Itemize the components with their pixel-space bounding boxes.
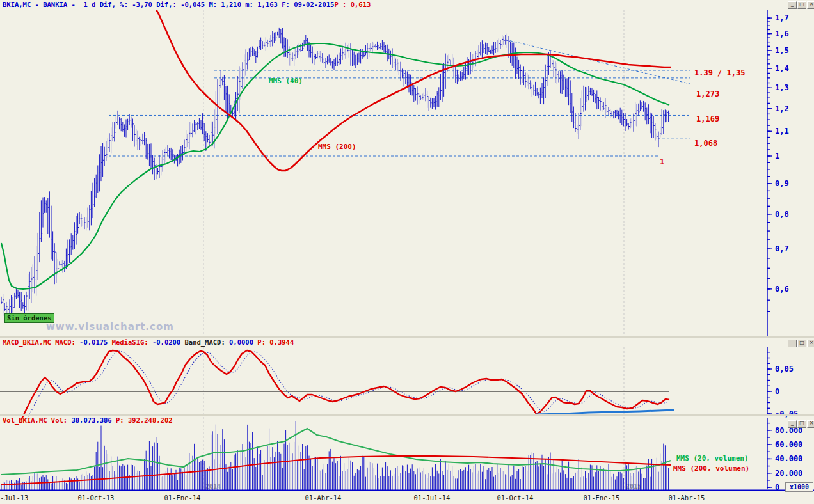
svg-text:1,3: 1,3: [775, 83, 789, 92]
price-panel[interactable]: [1, 5, 691, 337]
quote-header: BKIA,MC - BANKIA - 1 d Dif, %: -3,70 Dif…: [3, 1, 371, 8]
macd-header: MACD_BKIA,MC MACD: -0,0175 MediaSIG: -0,…: [3, 338, 294, 346]
volume-header: Vol_BKIA,MC Vol: 38,073,386 P: 392,248,2…: [3, 416, 173, 424]
macd-signal-title: MediaSIG:: [108, 338, 148, 346]
macd-band-value: 0,0000: [225, 338, 253, 346]
svg-text:1,4: 1,4: [775, 64, 789, 73]
price-level-label-1068: 1,068: [694, 139, 717, 148]
vol-mms20-label: MMS (20, volumen): [676, 454, 749, 462]
date-label: 01-Ene-14: [164, 494, 201, 501]
svg-text:0,6: 0,6: [775, 285, 789, 294]
volume-scale-unit: x1000: [785, 482, 813, 492]
svg-text:0,9: 0,9: [775, 179, 789, 188]
candlesticks: [1, 28, 669, 317]
price-level-label-139-135: 1.39 / 1,35: [694, 68, 745, 77]
date-label: 01-Oct-13: [78, 494, 115, 501]
date-label: 01-Ene-15: [584, 494, 620, 501]
price-level-label-1273: 1,273: [696, 90, 719, 98]
svg-text:1,1: 1,1: [775, 127, 789, 136]
mms40-label: MMS (40): [269, 77, 303, 85]
volume-p-title: P:: [112, 416, 124, 424]
visual-chart-window: 201420151,71,61,51,41,31,21,110,90,80,70…: [0, 0, 814, 504]
svg-text:0,8: 0,8: [775, 210, 789, 219]
quote-header-main: BKIA,MC - BANKIA - 1 d Dif, %: -3,70 Dif…: [3, 1, 334, 8]
svg-text:1: 1: [775, 152, 779, 161]
maximize-button[interactable]: □: [797, 420, 806, 428]
macd-signal-value: -0,0200: [148, 338, 181, 346]
svg-text:20.000: 20.000: [775, 469, 802, 478]
volume-bars: [1, 421, 669, 491]
macd-title: MACD_BKIA,MC MACD:: [3, 338, 76, 346]
quote-header-price: P : 0,613: [334, 1, 371, 8]
price-level-label-1169: 1,169: [696, 114, 719, 123]
svg-text:1,5: 1,5: [775, 46, 789, 55]
svg-text:0: 0: [775, 387, 779, 396]
maximize-button[interactable]: □: [797, 340, 806, 347]
svg-text:-0,05: -0,05: [775, 409, 798, 418]
macd-band-title: Band_MACD:: [180, 338, 225, 346]
svg-text:1,7: 1,7: [775, 13, 789, 22]
volume-title: Vol_BKIA,MC Vol:: [3, 416, 67, 424]
close-button[interactable]: ×: [807, 340, 814, 347]
volume-panel-window-controls: _ □ ×: [788, 420, 814, 428]
date-label: 01-Oct-14: [497, 494, 534, 501]
close-button[interactable]: ×: [807, 1, 814, 9]
macd-p-value: 0,3944: [266, 338, 294, 346]
chart-canvas[interactable]: 201420151,71,61,51,41,31,21,110,90,80,70…: [0, 0, 814, 504]
candle-close-ticks: [1, 30, 669, 310]
minimize-button[interactable]: _: [788, 420, 797, 428]
macd-band-line: [536, 410, 674, 414]
volume-panel[interactable]: 20142015: [1, 417, 671, 491]
panel-splitter[interactable]: [0, 336, 814, 338]
svg-text:60.000: 60.000: [775, 440, 802, 449]
watermark: www.visualchart.com: [46, 321, 174, 333]
panel-splitter[interactable]: [0, 414, 814, 416]
minimize-button[interactable]: _: [788, 1, 797, 9]
date-label: 01-Abr-15: [669, 494, 705, 501]
maximize-button[interactable]: □: [797, 1, 806, 9]
svg-text:1,6: 1,6: [775, 29, 789, 38]
svg-text:0,05: 0,05: [775, 365, 794, 374]
date-label: 01-Abr-14: [305, 494, 342, 501]
mms40-line: [1, 43, 669, 289]
mms200-label: MMS (200): [318, 143, 356, 151]
macd-p-title: P:: [253, 338, 266, 346]
vol-mms200-label: MMS (200, volumen): [673, 464, 749, 473]
time-axis: [0, 490, 814, 491]
date-label: 01-Jul-13: [0, 494, 28, 501]
macd-value: -0,0175: [76, 338, 108, 346]
volume-p-value: 392,248,202: [124, 416, 173, 424]
svg-text:40.000: 40.000: [775, 454, 802, 463]
date-label: 01-Jul-14: [414, 494, 451, 501]
svg-text:1,2: 1,2: [775, 104, 789, 113]
volume-value: 38,073,386: [67, 416, 112, 424]
minimize-button[interactable]: _: [788, 340, 797, 347]
price-panel-window-controls: _ □ ×: [788, 1, 814, 9]
price-level-label-1: 1: [660, 157, 664, 166]
macd-panel-window-controls: _ □ ×: [788, 340, 814, 347]
close-button[interactable]: ×: [807, 420, 814, 428]
svg-text:0,7: 0,7: [775, 244, 789, 253]
